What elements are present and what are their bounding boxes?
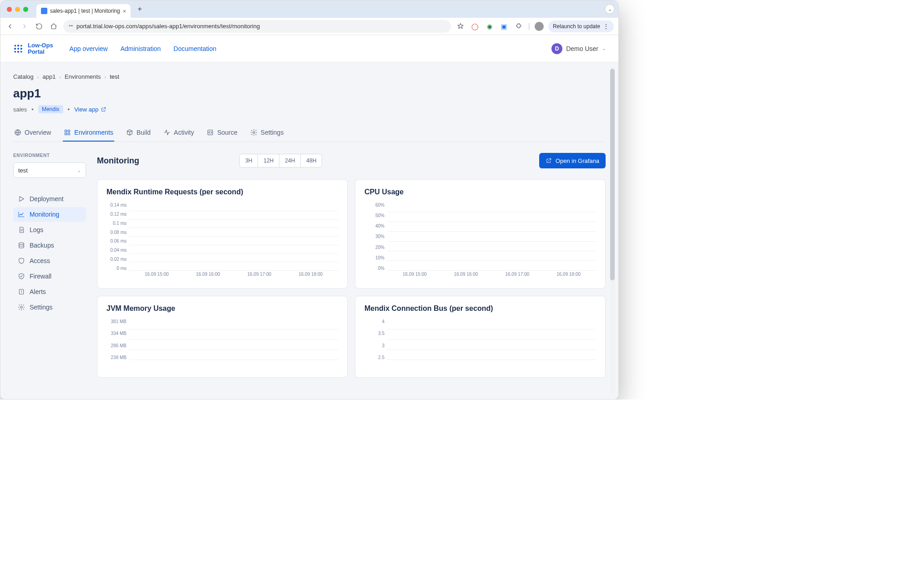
user-menu[interactable]: D Demo User ⌄: [551, 43, 606, 54]
range-24h[interactable]: 24H: [279, 154, 301, 167]
extensions-button[interactable]: [514, 21, 524, 31]
site-info-icon[interactable]: [68, 23, 74, 30]
chart-area: 381 MB334 MB286 MB238 MB: [106, 319, 338, 369]
range-12h[interactable]: 12H: [258, 154, 279, 167]
brand[interactable]: Low-OpsPortal: [13, 42, 53, 55]
gear-icon: [250, 129, 258, 136]
sidebar-item-access[interactable]: Access: [13, 253, 86, 268]
tab-activity[interactable]: Activity: [162, 124, 195, 142]
crumb-env[interactable]: Environments: [65, 73, 101, 80]
sidebar-item-deployment[interactable]: Deployment: [13, 192, 86, 206]
file-text-icon: [18, 226, 25, 233]
nav-app-overview[interactable]: App overview: [70, 45, 108, 52]
svg-rect-5: [65, 133, 67, 135]
range-3h[interactable]: 3H: [239, 154, 258, 167]
svg-point-9: [19, 243, 24, 244]
chart-card-jvm: JVM Memory Usage 381 MB334 MB286 MB238 M…: [97, 296, 348, 378]
url-text: portal.trial.low-ops.com/apps/sales-app1…: [76, 23, 260, 30]
chevron-right-icon: ›: [105, 74, 106, 80]
chart-title: CPU Usage: [364, 188, 596, 196]
env-selected: test: [18, 167, 28, 174]
brand-text: Low-OpsPortal: [28, 42, 53, 55]
relaunch-button[interactable]: Relaunch to update ⋮: [548, 20, 614, 32]
bookmark-icon[interactable]: [455, 21, 465, 31]
extension-icon[interactable]: ◉: [485, 21, 495, 31]
tab-build[interactable]: Build: [125, 124, 152, 142]
chart-area: 43.532.5: [364, 319, 596, 369]
view-app-link[interactable]: View app: [74, 106, 106, 113]
profile-avatar-icon[interactable]: [535, 22, 544, 31]
user-avatar: D: [551, 43, 562, 54]
chart-bars: [387, 203, 596, 271]
tab-source[interactable]: Source: [206, 124, 238, 142]
project-name: sales: [13, 106, 27, 113]
environment-select[interactable]: test ⌄: [13, 162, 86, 178]
chart-bars: [387, 319, 596, 360]
chart-card-bus: Mendix Connection Bus (per second) 43.53…: [355, 296, 606, 378]
x-axis: [387, 361, 596, 369]
chevron-right-icon: ›: [59, 74, 61, 80]
main-content: Monitoring 3H 12H 24H 48H Open in Grafan…: [97, 153, 606, 378]
chevron-down-icon: ⌄: [77, 168, 81, 173]
extension-icon[interactable]: ▣: [499, 21, 509, 31]
external-link-icon: [546, 157, 552, 164]
close-window-icon[interactable]: [7, 7, 12, 12]
brand-logo-icon: [13, 44, 23, 54]
sidebar-nav: Deployment Monitoring Logs Backups: [13, 192, 86, 314]
back-button[interactable]: [5, 21, 15, 31]
nav-links: App overview Administration Documentatio…: [70, 45, 217, 52]
breadcrumb: Catalog › app1 › Environments › test: [13, 73, 606, 80]
tech-badge[interactable]: Mendix: [38, 105, 63, 113]
sidebar-item-logs[interactable]: Logs: [13, 223, 86, 237]
sidebar-item-firewall[interactable]: Firewall: [13, 269, 86, 284]
chart-bars: [129, 319, 338, 360]
user-name: Demo User: [566, 45, 598, 52]
chart-title: JVM Memory Usage: [106, 304, 338, 313]
reload-button[interactable]: [34, 21, 44, 31]
sidebar-item-settings[interactable]: Settings: [13, 300, 86, 314]
chart-area: 60%50%40%30%20%10%0% 16.09 15:0016.09 16…: [364, 203, 596, 280]
tab-close-icon[interactable]: ×: [123, 8, 126, 15]
address-bar[interactable]: portal.trial.low-ops.com/apps/sales-app1…: [63, 20, 451, 33]
tab-overflow-button[interactable]: ⌄: [605, 4, 615, 14]
top-nav: Low-OpsPortal App overview Administratio…: [0, 35, 618, 62]
maximize-window-icon[interactable]: [23, 7, 28, 12]
page-title: app1: [13, 86, 606, 101]
menu-icon[interactable]: ⋮: [603, 23, 609, 30]
range-48h[interactable]: 48H: [300, 154, 322, 167]
scrollbar[interactable]: [610, 69, 615, 395]
minimize-window-icon[interactable]: [15, 7, 20, 12]
sidebar-item-backups[interactable]: Backups: [13, 238, 86, 253]
browser-tab[interactable]: sales-app1 | test | Monitoring ×: [36, 4, 131, 18]
tab-settings[interactable]: Settings: [249, 124, 285, 142]
activity-icon: [163, 129, 171, 136]
nav-administration[interactable]: Administration: [121, 45, 161, 52]
page-tabs: Overview Environments Build Activity Sou…: [13, 124, 606, 142]
svg-point-11: [20, 306, 22, 308]
tab-environments[interactable]: Environments: [63, 124, 114, 142]
section-title: Monitoring: [97, 156, 139, 166]
crumb-catalog[interactable]: Catalog: [13, 73, 34, 80]
crumb-app[interactable]: app1: [42, 73, 56, 80]
relaunch-label: Relaunch to update: [553, 23, 600, 30]
home-button[interactable]: [49, 21, 59, 31]
tab-overview[interactable]: Overview: [13, 124, 52, 142]
chart-area: 0.14 ms0.12 ms0.1 ms0.08 ms0.06 ms0.04 m…: [106, 203, 338, 280]
layers-icon: [18, 242, 25, 249]
crumb-test[interactable]: test: [110, 73, 119, 80]
x-axis: [129, 361, 338, 369]
open-grafana-button[interactable]: Open in Grafana: [539, 153, 606, 168]
sidebar-item-alerts[interactable]: Alerts: [13, 284, 86, 299]
chart-card-requests: Mendix Runtime Requests (per second) 0.1…: [97, 179, 348, 289]
sidebar-label: ENVIRONMENT: [13, 153, 86, 158]
gear-icon: [18, 304, 25, 311]
time-range-group: 3H 12H 24H 48H: [239, 154, 322, 167]
sidebar-item-monitoring[interactable]: Monitoring: [13, 207, 86, 222]
grid-icon: [64, 129, 71, 136]
extension-icon[interactable]: ◯: [470, 21, 480, 31]
nav-documentation[interactable]: Documentation: [173, 45, 216, 52]
chart-title: Mendix Runtime Requests (per second): [106, 188, 338, 196]
shield-icon: [18, 257, 25, 264]
new-tab-button[interactable]: +: [134, 4, 145, 15]
forward-button[interactable]: [20, 21, 30, 31]
